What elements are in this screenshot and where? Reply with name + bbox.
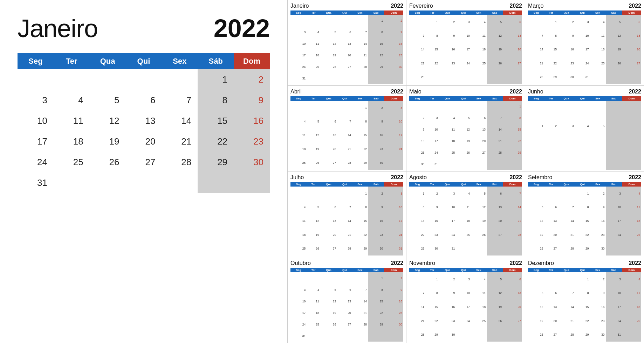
mini-day (425, 70, 439, 84)
mini-header-ter: Ter (425, 182, 439, 187)
mini-month-name: Julho (290, 174, 304, 181)
mini-month-header: Agosto2022 (409, 174, 522, 181)
mini-day (439, 70, 456, 84)
main-day-cell: 22 (198, 131, 234, 152)
mini-day (503, 70, 522, 84)
main-day-cell: 29 (198, 152, 234, 173)
mini-day: 13 (337, 38, 352, 50)
mini-day: 24 (456, 56, 471, 70)
mini-day (425, 101, 439, 112)
mini-day: 11 (439, 124, 456, 135)
mini-day: 5 (487, 272, 503, 286)
mini-header-sáb: Sáb (487, 268, 503, 272)
mini-day (320, 15, 337, 27)
mini-header-sex: Sex (471, 268, 487, 272)
mini-day (622, 161, 641, 170)
mini-day: 6 (503, 272, 522, 286)
main-day-cell: 11 (54, 111, 90, 131)
mini-day: 27 (337, 61, 352, 72)
mini-day (558, 187, 575, 200)
mini-day (528, 161, 544, 170)
mini-day (544, 101, 558, 110)
header-ter: Ter (54, 53, 90, 69)
mini-day (320, 72, 337, 84)
mini-day (487, 328, 503, 342)
mini-header-seg: Seg (290, 10, 307, 15)
mini-day (544, 151, 558, 160)
mini-day: 10 (456, 286, 471, 300)
mini-header-sáb: Sáb (368, 10, 384, 15)
mini-day: 26 (487, 56, 503, 70)
mini-day: 24 (456, 314, 471, 328)
mini-day: 3 (558, 110, 575, 142)
mini-header-dom: Dom (384, 10, 403, 15)
mini-day: 4 (290, 200, 307, 214)
mini-day: 28 (352, 318, 368, 330)
mini-day (456, 158, 471, 170)
mini-header-qua: Qua (320, 10, 337, 15)
mini-calendar-table: SegTerQuaQuiSexSábDom1234567891011121314… (290, 10, 403, 84)
mini-day: 7 (352, 27, 368, 38)
mini-day: 28 (487, 147, 503, 158)
mini-header-seg: Seg (528, 96, 544, 101)
mini-year: 2022 (509, 3, 522, 9)
mini-day: 12 (528, 300, 544, 314)
mini-day (606, 142, 622, 151)
mini-day: 22 (352, 228, 368, 241)
mini-day: 13 (544, 214, 558, 228)
mini-year: 2022 (391, 260, 403, 266)
mini-header-seg: Seg (409, 268, 425, 272)
mini-day: 22 (425, 314, 439, 328)
mini-day (307, 72, 320, 84)
mini-day: 24 (384, 228, 403, 241)
mini-month-janeiro: Janeiro2022SegTerQuaQuiSexSábDom12345678… (288, 0, 406, 86)
mini-day: 31 (290, 330, 307, 342)
mini-day: 2 (384, 15, 403, 27)
mini-day: 3 (384, 187, 403, 200)
mini-day: 22 (352, 142, 368, 156)
mini-header-qui: Qui (337, 10, 352, 15)
mini-day (590, 151, 605, 160)
mini-header-sex: Sex (590, 10, 605, 15)
mini-header-sex: Sex (471, 96, 487, 101)
mini-day (590, 161, 605, 170)
mini-day (307, 330, 320, 342)
mini-day: 18 (590, 43, 605, 56)
mini-day: 8 (425, 29, 439, 42)
mini-header-qua: Qua (439, 96, 456, 101)
mini-day: 11 (290, 214, 307, 228)
mini-day: 3 (606, 272, 622, 286)
mini-day: 26 (320, 61, 337, 72)
header-seg: Seg (18, 53, 54, 69)
mini-day: 12 (456, 124, 471, 135)
mini-day: 23 (590, 314, 605, 328)
mini-day: 27 (503, 56, 522, 70)
mini-day: 31 (290, 72, 307, 84)
mini-day (503, 242, 522, 255)
mini-day: 24 (606, 228, 622, 241)
main-day-cell: 9 (234, 90, 270, 111)
mini-day: 25 (290, 242, 307, 255)
mini-header-dom: Dom (622, 96, 641, 101)
mini-day: 6 (320, 200, 337, 214)
mini-header-dom: Dom (622, 182, 641, 187)
mini-day: 17 (606, 300, 622, 314)
mini-month-name: Junho (528, 89, 543, 95)
mini-day (471, 242, 487, 255)
mini-header-sex: Sex (352, 182, 368, 187)
mini-day: 21 (337, 228, 352, 241)
mini-day: 28 (337, 156, 352, 170)
main-day-cell: 30 (234, 152, 270, 173)
mini-day: 28 (337, 242, 352, 255)
mini-calendar-table: SegTerQuaQuiSexSábDom1234567891011121314… (409, 96, 522, 170)
mini-day: 7 (487, 112, 503, 124)
mini-day: 16 (368, 128, 384, 142)
mini-day (590, 101, 605, 110)
mini-day: 2 (544, 110, 558, 142)
mini-calendar-table: SegTerQuaQuiSexSábDom1234567891011121314… (528, 268, 641, 342)
mini-day: 7 (352, 284, 368, 295)
mini-day: 9 (368, 200, 384, 214)
mini-day: 23 (368, 142, 384, 156)
mini-day (622, 110, 641, 142)
mini-month-name: Março (528, 3, 543, 9)
